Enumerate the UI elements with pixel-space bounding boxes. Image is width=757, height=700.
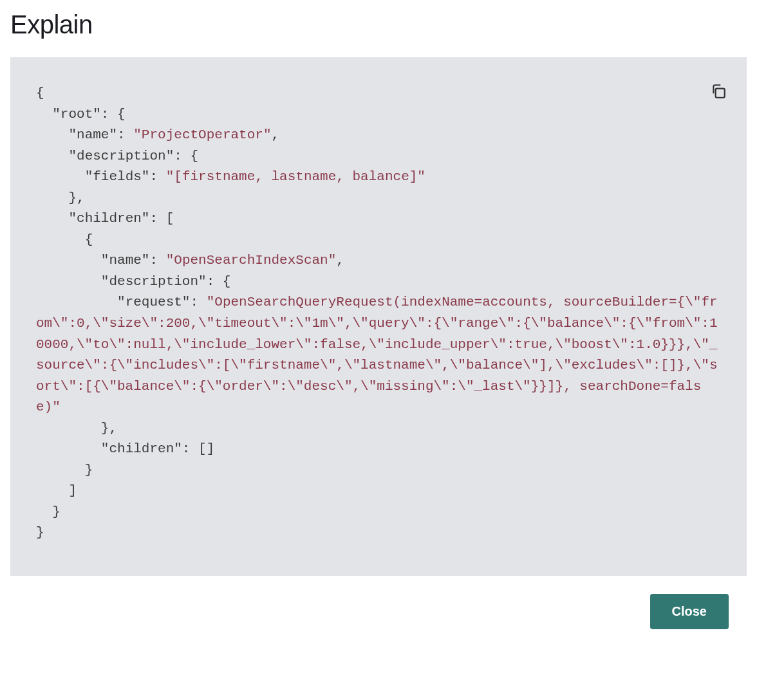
- explain-modal: Explain { "root": { "name": "ProjectOper…: [0, 0, 757, 645]
- close-button[interactable]: Close: [650, 594, 729, 629]
- code-panel: { "root": { "name": "ProjectOperator", "…: [10, 57, 747, 576]
- copy-icon: [710, 83, 727, 100]
- modal-footer: Close: [10, 594, 747, 629]
- code-content: { "root": { "name": "ProjectOperator", "…: [36, 83, 721, 544]
- svg-rect-0: [716, 89, 725, 98]
- modal-title: Explain: [10, 10, 747, 39]
- copy-button[interactable]: [709, 83, 727, 101]
